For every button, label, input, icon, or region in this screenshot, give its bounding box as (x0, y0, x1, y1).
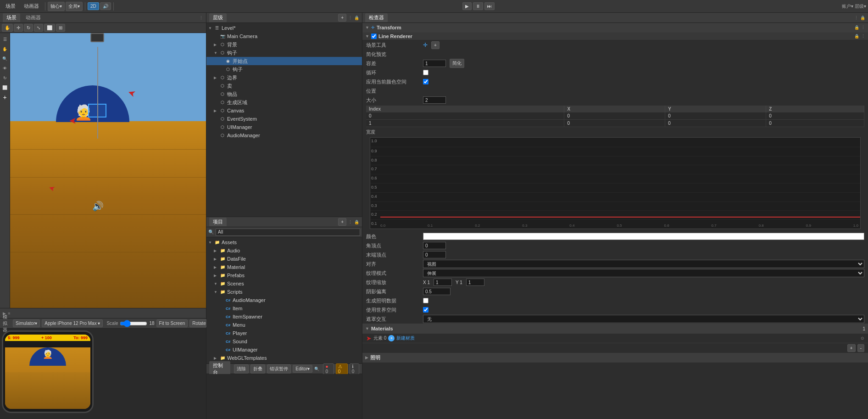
tool-eye[interactable]: 👁 (0, 64, 10, 73)
texture-scale-y-input[interactable] (466, 279, 484, 286)
tree-item-audio[interactable]: ▶ 📁 Audio (206, 246, 362, 255)
transform-lock2[interactable]: 🔒 (854, 25, 859, 30)
tab-project[interactable]: 项目 (209, 218, 227, 226)
project-options[interactable]: ⋮ (348, 220, 352, 224)
width-chart[interactable]: 1.0 0.9 0.8 0.7 0.6 0.5 0.4 0.3 0.2 0.1 (370, 137, 861, 229)
tree-item-script-itemspawner[interactable]: C# ItemSpawner (206, 313, 362, 321)
tree-item-item[interactable]: ⬡ 物品 (206, 90, 362, 98)
tree-item-border[interactable]: ▶ ⬡ 边界 (206, 73, 362, 82)
tree-item-hook-parent[interactable]: ▼ ⬡ 钩子 (206, 49, 362, 57)
btn-rotate[interactable]: ↻ (24, 24, 33, 32)
tool-box[interactable]: ⬜ (0, 83, 10, 92)
element0-target-icon[interactable]: ⊙ (861, 336, 864, 341)
tree-item-material[interactable]: ▶ 📁 Material (206, 263, 362, 271)
scene-viewport[interactable]: 🧑‍🦳 ➤ ➤ ➤ 🔊 (10, 33, 206, 308)
tree-item-assets[interactable]: ▼ 📁 Assets (206, 238, 362, 246)
tree-item-script-sound[interactable]: C# Sound (206, 337, 362, 346)
tree-item-script-audiomanager[interactable]: C# AudioManager (206, 296, 362, 304)
shadow-bias-input[interactable] (423, 288, 451, 295)
tree-item-level[interactable]: ▼ ☰ Level* (206, 24, 362, 32)
project-lock[interactable]: 🔒 (354, 220, 359, 224)
tree-item-hook-child[interactable]: ⬡ 钩子 (206, 65, 362, 73)
tree-item-background[interactable]: ▶ ⬡ 背景 (206, 40, 362, 49)
tree-item-uimanager[interactable]: ⬡ UIManager (206, 123, 362, 131)
scale-slider[interactable] (120, 321, 147, 326)
btn-rect[interactable]: ⬜ (44, 24, 55, 32)
tree-item-eventsys[interactable]: ⬡ EventSystem (206, 115, 362, 123)
console-fold-btn[interactable]: 折叠 (250, 364, 265, 374)
lr-more[interactable]: ⋮ (861, 34, 865, 39)
tool-sound[interactable]: 🔊 (100, 2, 111, 10)
play-btn[interactable]: ▶ (462, 2, 472, 10)
console-clear-btn[interactable]: 清除 (234, 364, 249, 374)
project-search-input[interactable] (216, 229, 360, 236)
menu-scene[interactable]: 场景 (2, 2, 19, 11)
btn-hand[interactable]: ✋ (2, 24, 13, 32)
btn-transform[interactable]: ⊞ (56, 24, 65, 32)
tree-item-script-item[interactable]: C# Item (206, 304, 362, 313)
tab-hierarchy[interactable]: 层级 (209, 13, 227, 22)
tree-item-sell[interactable]: ⬡ 卖 (206, 82, 362, 90)
scene-options[interactable]: ⋮ (199, 16, 203, 20)
tab-animator[interactable]: 动画器 (22, 13, 45, 22)
hierarchy-options[interactable]: ⋮ (348, 16, 352, 20)
tree-item-scenes[interactable]: ▼ 📁 Scenes (206, 279, 362, 288)
tree-item-canvas[interactable]: ▶ ⬡ Canvas (206, 106, 362, 115)
btn-move[interactable]: ✛ (14, 24, 23, 32)
rotate-btn[interactable]: Rotate (189, 319, 208, 327)
tree-item-startpoint[interactable]: ◉ 开始点 (206, 57, 362, 65)
console-editor-btn[interactable]: Editor▾ (293, 365, 312, 373)
tree-item-datafile[interactable]: ▶ 📁 DataFile (206, 255, 362, 263)
tolerance-input[interactable] (423, 60, 446, 67)
tool-2d[interactable]: 2D (88, 2, 99, 10)
tree-item-maincamera[interactable]: 📷 Main Camera (206, 32, 362, 40)
tree-item-script-menu[interactable]: C# Menu (206, 321, 362, 329)
fit-screen-btn[interactable]: Fit to Screen (156, 319, 188, 327)
end-cap-input[interactable] (423, 251, 446, 258)
tab-scene[interactable]: 场景 (3, 13, 20, 22)
transform-header[interactable]: ▼ ✛ Transform 🔒 ⋮ (362, 23, 868, 32)
simplify-btn[interactable]: 简化 (450, 59, 464, 68)
loop-checkbox[interactable] (423, 70, 428, 75)
tool-zoom[interactable]: 🔍 (0, 54, 10, 63)
lr-lock[interactable]: 🔒 (854, 34, 859, 39)
transform-more[interactable]: ⋮ (861, 25, 865, 30)
scene-tool-btn[interactable]: + (431, 41, 440, 49)
size-input[interactable] (423, 96, 446, 104)
texture-scale-x-input[interactable] (434, 279, 452, 286)
step-btn[interactable]: ⏭ (484, 2, 495, 10)
tree-item-audiomanager[interactable]: ⬡ AudioManager (206, 131, 362, 140)
tree-item-spawnzone[interactable]: ⬡ 生成区域 (206, 98, 362, 106)
alignment-select[interactable]: 视图 转换 (423, 260, 864, 268)
tree-item-scripts[interactable]: ▼ 📁 Scripts (206, 288, 362, 296)
scene-tool-icon[interactable]: ✛ (423, 42, 428, 48)
tree-item-prefabs[interactable]: ▶ 📁 Prefabs (206, 271, 362, 279)
generate-lighting-checkbox[interactable] (423, 298, 428, 303)
materials-remove-btn[interactable]: - (857, 344, 864, 352)
line-renderer-header[interactable]: ▼ Line Renderer 🔒 ⋮ (362, 33, 868, 40)
lr-enabled-checkbox[interactable] (371, 34, 377, 39)
tool-global[interactable]: 全局▾ (66, 2, 83, 11)
hierarchy-lock[interactable]: 🔒 (354, 16, 359, 20)
tool-select[interactable]: ☰ (0, 35, 10, 44)
tree-item-script-uimanager[interactable]: C# UIManager (206, 346, 362, 354)
color-space-checkbox[interactable] (423, 79, 428, 84)
illumination-header[interactable]: ▶ 照明 (362, 353, 868, 362)
menu-animator[interactable]: 动画器 (20, 2, 43, 11)
sim-device-btn[interactable]: Simulator▾ (13, 319, 40, 327)
hierarchy-add-btn[interactable]: + (338, 14, 346, 22)
console-search-icon[interactable]: 🔍 (314, 367, 319, 371)
corner-vertices-input[interactable] (423, 242, 446, 249)
console-error-btn[interactable]: 错误暂停 (267, 364, 291, 374)
color-swatch[interactable] (423, 233, 864, 240)
receive-shadows-select[interactable]: 无 On (423, 315, 864, 323)
element0-value[interactable]: 新建材质 (396, 335, 415, 341)
tree-item-script-player[interactable]: C# Player (206, 329, 362, 337)
use-world-space-checkbox[interactable] (423, 307, 428, 313)
project-add-btn[interactable]: + (338, 218, 346, 226)
tool-rotate2[interactable]: ↻ (0, 73, 10, 83)
btn-scale[interactable]: ⤡ (34, 24, 43, 32)
inspector-lock[interactable]: 🔒 (860, 16, 865, 20)
tool-hand[interactable]: ✋ (0, 45, 10, 54)
tool-pivot[interactable]: 轴心▾ (48, 2, 65, 11)
